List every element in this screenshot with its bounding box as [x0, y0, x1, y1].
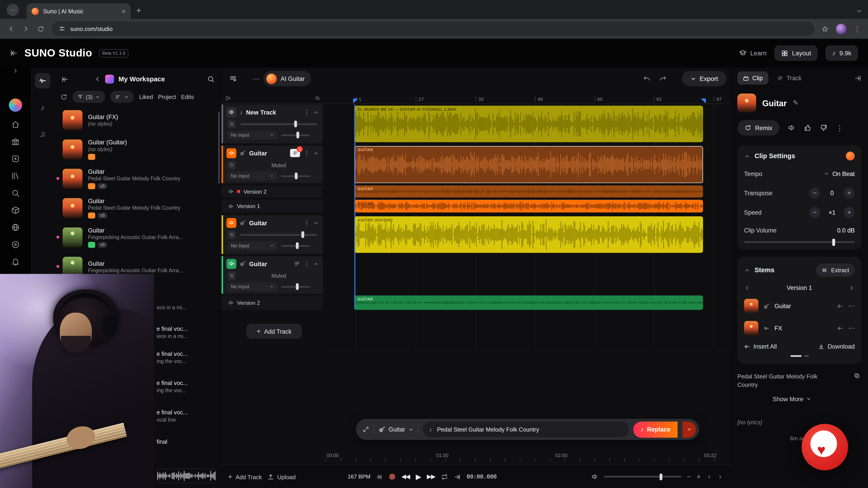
rewind-button[interactable]: ◀◀ — [401, 473, 410, 480]
lib-tab-notes-icon[interactable]: ♫ — [35, 126, 51, 142]
fast-forward-button[interactable]: ▶▶ — [427, 473, 435, 480]
insert-stem-icon[interactable] — [837, 325, 843, 331]
browser-user-avatar[interactable] — [836, 24, 846, 34]
new-tab-button[interactable]: + — [136, 5, 141, 15]
stem-row[interactable]: FX ⋯ — [744, 319, 855, 337]
input-gain-slider[interactable] — [281, 286, 310, 287]
solo-button[interactable]: S — [228, 161, 236, 169]
track-header[interactable]: Guitar ⋮ S Muted No Input — [221, 256, 323, 294]
follow-playhead-icon[interactable] — [454, 473, 460, 480]
loop-icon[interactable] — [441, 473, 448, 480]
back-icon[interactable] — [7, 25, 15, 33]
refresh-library-icon[interactable] — [60, 93, 68, 101]
audio-clip-selected[interactable]: GUITAR — [354, 146, 703, 183]
rail-home-icon[interactable] — [11, 120, 20, 129]
preview-speaker-icon[interactable] — [788, 124, 796, 132]
tempo-select[interactable]: On Beat — [824, 170, 855, 177]
speed-minus-button[interactable]: − — [809, 207, 820, 218]
extract-button[interactable]: Extract — [816, 263, 855, 277]
stem-row[interactable]: Guitar ⋯ — [744, 297, 855, 315]
track-menu-kebab-icon[interactable]: ⋮ — [303, 108, 310, 116]
tab-search-icon[interactable] — [856, 8, 862, 14]
show-more-button[interactable]: Show More — [737, 396, 847, 402]
track-header[interactable]: ♪ New Track ⋮ S No Input — [221, 105, 323, 143]
thumbs-down-icon[interactable] — [820, 124, 828, 132]
chat-fab[interactable]: ♥ — [802, 424, 848, 470]
rail-sessions-icon[interactable] — [11, 240, 20, 249]
collapse-inspector-icon[interactable] — [854, 74, 862, 82]
forward-icon[interactable] — [22, 25, 30, 33]
h-scroll-right-icon[interactable] — [717, 474, 723, 480]
playhead-flag[interactable] — [353, 98, 358, 103]
lib-tab-note-icon[interactable]: ♪ — [35, 100, 51, 115]
tab-close-icon[interactable]: × — [121, 7, 126, 15]
input-select[interactable]: No Input — [228, 241, 277, 250]
rail-box-icon[interactable] — [11, 206, 20, 215]
version-row[interactable]: Version 2 — [221, 295, 323, 310]
rail-expand-chevron-icon[interactable] — [12, 68, 19, 74]
rail-studio-icon[interactable] — [11, 137, 20, 146]
record-button[interactable] — [389, 474, 395, 480]
credits-button[interactable]: ♪ 9.9k — [826, 45, 858, 61]
resize-tracks-icon[interactable] — [314, 95, 320, 101]
rail-library-icon[interactable] — [11, 171, 20, 180]
input-gain-slider[interactable] — [281, 245, 310, 247]
rail-globe-icon[interactable] — [11, 223, 20, 232]
input-gain-slider[interactable] — [281, 134, 310, 136]
add-track-button[interactable]: + Add Track — [246, 324, 302, 339]
speed-plus-button[interactable]: + — [844, 207, 855, 218]
replace-options-button[interactable] — [683, 421, 696, 437]
version-row[interactable]: Version 2 — [221, 185, 323, 197]
track-menu-kebab-icon[interactable]: ⋮ — [303, 260, 310, 267]
solo-button[interactable]: S — [228, 230, 236, 239]
url-bar[interactable]: suno.com/studio — [52, 22, 814, 36]
collapse-track-icon[interactable] — [313, 220, 319, 225]
clip-color-swatch[interactable] — [846, 152, 855, 160]
collapse-left-icon[interactable] — [10, 49, 18, 57]
workspace-back-icon[interactable] — [94, 76, 101, 83]
layout-button[interactable]: Layout — [774, 45, 817, 61]
upload-button[interactable]: Upload — [268, 473, 296, 480]
bpm-display[interactable]: 167 BPM — [348, 474, 370, 480]
audio-clip[interactable]: GUITAR — [354, 200, 703, 213]
rail-search-icon[interactable] — [11, 189, 20, 197]
filter-liked[interactable]: Liked — [139, 94, 153, 100]
sort-chip[interactable] — [110, 91, 134, 103]
instrument-select[interactable]: Guitar — [379, 426, 413, 433]
mute-button[interactable] — [226, 218, 237, 228]
version-mute-icon[interactable] — [228, 203, 234, 209]
redo-icon[interactable] — [659, 75, 666, 82]
versions-list-icon[interactable] — [294, 260, 300, 267]
solo-button[interactable]: S — [228, 120, 236, 128]
collapse-track-icon[interactable] — [313, 150, 319, 156]
mute-button[interactable] — [226, 148, 237, 158]
prompt-input[interactable] — [436, 425, 623, 433]
play-button[interactable]: ▶ — [416, 473, 421, 481]
track-header[interactable]: Guitar ⋮ S No Input — [221, 215, 323, 254]
list-item[interactable]: Guitar Pedal Steel Guitar Melody Folk Co… — [55, 193, 221, 223]
version-mute-icon[interactable] — [228, 189, 234, 194]
insert-all-button[interactable]: Insert All — [744, 343, 777, 350]
tab-track[interactable]: Track — [772, 71, 807, 85]
input-select[interactable]: No Input — [228, 171, 277, 180]
insert-stem-icon[interactable] — [837, 303, 843, 309]
track-header[interactable]: Guitar 1 ⋮ S Muted No Inp — [221, 145, 323, 183]
pagination-inactive[interactable] — [804, 355, 809, 357]
versions-list-button[interactable]: 1 — [290, 149, 300, 157]
version-row[interactable]: Version 1 — [221, 200, 323, 213]
track-menu-kebab-icon[interactable]: ⋮ — [303, 149, 310, 157]
browser-tab[interactable]: Suno | AI Music × — [27, 3, 131, 19]
library-collapse-icon[interactable] — [61, 75, 69, 83]
transport-add-track-button[interactable]: + Add Track — [228, 473, 262, 481]
collapse-section-icon[interactable] — [744, 267, 750, 273]
collapse-track-icon[interactable] — [313, 261, 319, 266]
download-button[interactable]: Download — [818, 343, 855, 350]
master-volume-slider[interactable] — [604, 476, 681, 477]
list-item[interactable]: Guitar Pedal Steel Guitar Melody Folk Co… — [55, 164, 221, 193]
transpose-minus-button[interactable]: − — [809, 188, 820, 199]
browser-profile-icon[interactable]: ⋯ — [6, 4, 19, 16]
input-select[interactable]: No Input — [228, 282, 277, 291]
library-scrollbar[interactable] — [218, 112, 220, 184]
audio-clip[interactable]: GUITAR — [354, 295, 703, 310]
stem-menu-kebab-icon[interactable]: ⋯ — [848, 302, 855, 310]
